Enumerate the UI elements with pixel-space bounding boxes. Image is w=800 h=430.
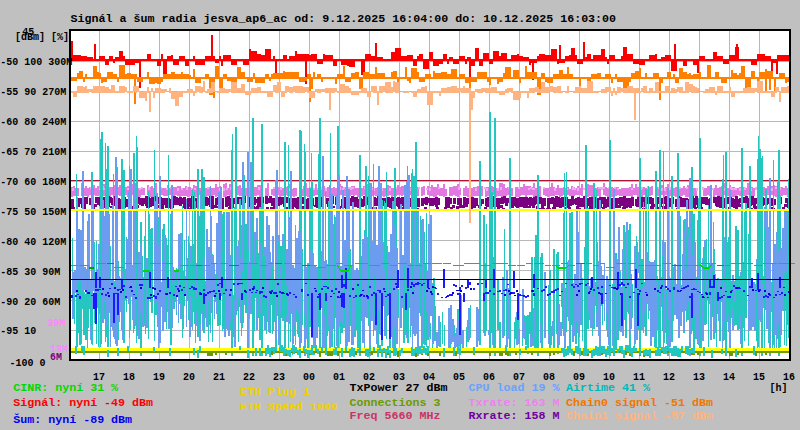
- svg-text:[dBm] [%]: [dBm] [%]: [15, 32, 69, 43]
- svg-text:-95 10: -95 10: [0, 326, 36, 337]
- svg-text:-60 80 240M: -60 80 240M: [0, 117, 66, 128]
- svg-text:15: 15: [753, 372, 765, 383]
- svg-text:-85 30 90M: -85 30 90M: [0, 267, 60, 278]
- svg-text:-75 50 150M: -75 50 150M: [0, 207, 66, 218]
- svg-text:Chain0 signal -51 dBm: Chain0 signal -51 dBm: [566, 396, 713, 410]
- svg-text:21: 21: [213, 372, 225, 383]
- svg-text:23: 23: [273, 372, 285, 383]
- svg-text:05: 05: [453, 372, 465, 383]
- svg-text:Rxrate: 158 M: Rxrate: 158 M: [469, 409, 560, 423]
- svg-text:Signál a šum radia jesva_ap6_a: Signál a šum radia jesva_ap6_ac od: 9.12…: [71, 12, 617, 26]
- svg-text:18: 18: [123, 372, 135, 383]
- svg-text:39M: 39M: [47, 318, 65, 329]
- svg-text:Signál: nyní -49 dBm: Signál: nyní -49 dBm: [13, 396, 153, 410]
- svg-text:19: 19: [153, 372, 165, 383]
- svg-text:Txrate: 163 M: Txrate: 163 M: [469, 396, 560, 410]
- svg-text:00: 00: [303, 372, 315, 383]
- svg-text:22: 22: [243, 372, 255, 383]
- svg-text:-65 70 210M: -65 70 210M: [0, 147, 66, 158]
- svg-text:-50 100 300M: -50 100 300M: [0, 57, 72, 68]
- svg-text:12: 12: [663, 372, 675, 383]
- svg-text:[h]: [h]: [770, 383, 788, 394]
- svg-text:-55 90 270M: -55 90 270M: [0, 87, 66, 98]
- svg-text:14: 14: [723, 372, 735, 383]
- svg-text:CINR: nyní 31 %: CINR: nyní 31 %: [13, 381, 118, 395]
- svg-text:13: 13: [693, 372, 705, 383]
- svg-text:TxPower 27 dBm: TxPower 27 dBm: [350, 381, 448, 395]
- svg-text:ETH Plug 1: ETH Plug 1: [240, 385, 310, 399]
- svg-text:Airtime 41 %: Airtime 41 %: [566, 381, 650, 395]
- svg-text:-90 20 60M: -90 20 60M: [0, 297, 60, 308]
- svg-text:Freq 5660 MHz: Freq 5660 MHz: [350, 409, 441, 423]
- svg-text:6M: 6M: [50, 352, 62, 363]
- svg-text:Šum: nyní -89 dBm: Šum: nyní -89 dBm: [13, 413, 132, 427]
- svg-text:ETH Speed 1000: ETH Speed 1000: [240, 400, 338, 414]
- svg-text:-80 40 120M: -80 40 120M: [0, 237, 66, 248]
- svg-text:-100 0: -100 0: [10, 358, 46, 369]
- svg-text:01: 01: [333, 372, 345, 383]
- svg-text:20: 20: [183, 372, 195, 383]
- svg-text:-70 60 180M: -70 60 180M: [0, 177, 66, 188]
- svg-text:Chain1 signal -57 dBm: Chain1 signal -57 dBm: [566, 409, 713, 423]
- svg-text:16: 16: [783, 372, 795, 383]
- svg-text:Connections 3: Connections 3: [350, 396, 441, 410]
- svg-text:CPU load 19 %: CPU load 19 %: [469, 381, 560, 395]
